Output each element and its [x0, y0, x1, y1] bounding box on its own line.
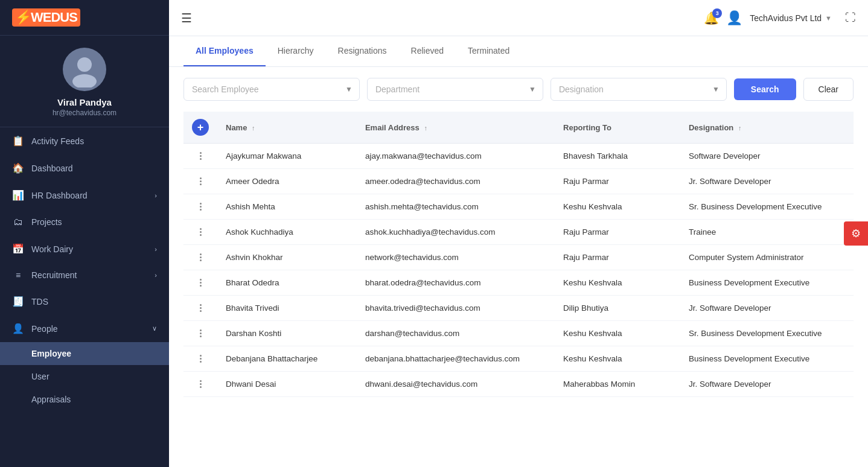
sidebar-item-employee[interactable]: Employee — [0, 342, 169, 365]
dashboard-icon: 🏠 — [12, 162, 24, 174]
row-reporting: Dilip Bhutiya — [555, 296, 680, 321]
row-actions[interactable] — [183, 296, 217, 321]
row-email: network@techavidus.com — [357, 245, 555, 270]
row-email: dhwani.desai@techavidus.com — [357, 372, 555, 397]
tab-hierarchy[interactable]: Hierarchy — [266, 36, 326, 66]
table-row[interactable]: Darshan Koshti darshan@techavidus.com Ke… — [183, 321, 854, 346]
col-header-email[interactable]: Email Address ↑ — [357, 112, 555, 144]
sidebar-item-recruitment[interactable]: ≡ Recruitment › — [0, 262, 169, 288]
department-select[interactable] — [367, 78, 543, 101]
sidebar-item-label: People — [31, 324, 58, 334]
tabs-bar: All Employees Hierarchy Resignations Rel… — [169, 36, 868, 67]
designation-wrapper: ▼ Designation — [550, 78, 727, 101]
table-row[interactable]: Ashok Kuchhadiya ashok.kuchhadiya@techav… — [183, 220, 854, 245]
sidebar-item-label: Dashboard — [31, 164, 73, 173]
sidebar-item-label: Projects — [31, 217, 62, 227]
designation-select[interactable] — [550, 78, 727, 101]
col-header-add: + — [183, 112, 217, 144]
svg-point-0 — [77, 57, 92, 72]
row-menu-button[interactable] — [192, 152, 209, 160]
row-menu-button[interactable] — [192, 177, 209, 185]
col-header-name[interactable]: Name ↑ — [217, 112, 357, 144]
tab-resignations[interactable]: Resignations — [326, 36, 399, 66]
tds-icon: 🧾 — [12, 296, 24, 307]
logo-icon: ⚡WEDUS — [12, 8, 80, 27]
table-header-row: + Name ↑ Email Address ↑ Reporting To — [183, 112, 854, 144]
table-row[interactable]: Ashvin Khokhar network@techavidus.com Ra… — [183, 245, 854, 270]
svg-point-1 — [72, 74, 97, 87]
tab-relieved[interactable]: Relieved — [399, 36, 456, 66]
sidebar: ⚡WEDUS Viral Pandya hr@techavidus.com 📋 … — [0, 0, 169, 467]
sidebar-item-dashboard[interactable]: 🏠 Dashboard — [0, 154, 169, 182]
topbar: ☰ 🔔 3 👤 TechAvidus Pvt Ltd ▼ ⛶ — [169, 0, 868, 36]
row-menu-button[interactable] — [192, 380, 209, 388]
sidebar-item-activity-feeds[interactable]: 📋 Activity Feeds — [0, 127, 169, 154]
hamburger-icon[interactable]: ☰ — [181, 11, 192, 25]
row-menu-button[interactable] — [192, 253, 209, 261]
user-name: Viral Pandya — [57, 97, 112, 107]
col-header-designation[interactable]: Designation ↑ — [680, 112, 854, 144]
row-name: Ashvin Khokhar — [217, 245, 357, 270]
row-actions[interactable] — [183, 169, 217, 194]
sidebar-item-appraisals[interactable]: Appraisals — [0, 388, 169, 411]
content-area: All Employees Hierarchy Resignations Rel… — [169, 36, 868, 467]
row-actions[interactable] — [183, 194, 217, 220]
add-employee-button[interactable]: + — [192, 119, 209, 136]
sort-arrow-icon: ↑ — [738, 124, 742, 132]
table-row[interactable]: Bharat Odedra bharat.odedra@techavidus.c… — [183, 270, 854, 296]
row-actions[interactable] — [183, 372, 217, 397]
tab-terminated[interactable]: Terminated — [456, 36, 522, 66]
company-selector[interactable]: TechAvidus Pvt Ltd ▼ — [750, 13, 832, 23]
sidebar-item-projects[interactable]: 🗂 Projects — [0, 209, 169, 235]
row-menu-button[interactable] — [192, 304, 209, 312]
clear-button[interactable]: Clear — [803, 78, 854, 101]
sidebar-item-label: HR Dashboard — [31, 191, 88, 200]
row-menu-button[interactable] — [192, 279, 209, 287]
table-row[interactable]: Ajaykumar Makwana ajay.makwana@techavidu… — [183, 144, 854, 169]
main-area: ☰ 🔔 3 👤 TechAvidus Pvt Ltd ▼ ⛶ All Emplo… — [169, 0, 868, 467]
row-actions[interactable] — [183, 346, 217, 372]
table-row[interactable]: Ameer Odedra ameer.odedra@techavidus.com… — [183, 169, 854, 194]
filters-row: ▼ Search Employee ▼ Department ▼ Designa… — [169, 67, 868, 112]
sidebar-item-label: TDS — [31, 297, 48, 307]
user-email: hr@techavidus.com — [53, 109, 116, 117]
row-designation: Jr. Software Developer — [680, 372, 854, 397]
row-actions[interactable] — [183, 144, 217, 169]
sidebar-item-people[interactable]: 👤 People ∨ — [0, 315, 169, 342]
row-reporting: Keshu Keshvala — [555, 321, 680, 346]
row-actions[interactable] — [183, 321, 217, 346]
expand-icon[interactable]: ⛶ — [845, 11, 856, 24]
profile-button[interactable]: 👤 — [726, 10, 742, 26]
row-reporting: Raju Parmar — [555, 220, 680, 245]
recruitment-icon: ≡ — [12, 270, 24, 280]
row-name: Darshan Koshti — [217, 321, 357, 346]
notification-button[interactable]: 🔔 3 — [704, 11, 719, 25]
sidebar-item-tds[interactable]: 🧾 TDS — [0, 288, 169, 315]
table-row[interactable]: Dhwani Desai dhwani.desai@techavidus.com… — [183, 372, 854, 397]
chevron-right-icon: › — [155, 246, 157, 253]
row-actions[interactable] — [183, 220, 217, 245]
sidebar-item-work-dairy[interactable]: 📅 Work Dairy › — [0, 235, 169, 262]
row-menu-button[interactable] — [192, 355, 209, 363]
settings-fab-button[interactable]: ⚙ — [844, 221, 868, 246]
row-reporting: Keshu Keshvala — [555, 270, 680, 296]
table-row[interactable]: Bhavita Trivedi bhavita.trivedi@techavid… — [183, 296, 854, 321]
row-menu-button[interactable] — [192, 203, 209, 211]
sidebar-item-user[interactable]: User — [0, 365, 169, 388]
sort-arrow-icon: ↑ — [252, 124, 255, 132]
hr-dashboard-icon: 📊 — [12, 189, 24, 201]
sidebar-item-hr-dashboard[interactable]: 📊 HR Dashboard › — [0, 182, 169, 209]
search-button[interactable]: Search — [734, 78, 796, 100]
row-name: Ashok Kuchhadiya — [217, 220, 357, 245]
table-row[interactable]: Debanjana Bhattacharjee debanjana.bhatta… — [183, 346, 854, 372]
row-menu-button[interactable] — [192, 329, 209, 337]
row-menu-button[interactable] — [192, 228, 209, 236]
row-actions[interactable] — [183, 270, 217, 296]
table-row[interactable]: Ashish Mehta ashish.mehta@techavidus.com… — [183, 194, 854, 220]
row-actions[interactable] — [183, 245, 217, 270]
search-employee-select[interactable] — [183, 78, 360, 101]
employees-table: + Name ↑ Email Address ↑ Reporting To — [183, 112, 854, 397]
tab-all-employees[interactable]: All Employees — [183, 36, 266, 66]
avatar — [63, 48, 106, 91]
row-designation: Trainee — [680, 220, 854, 245]
